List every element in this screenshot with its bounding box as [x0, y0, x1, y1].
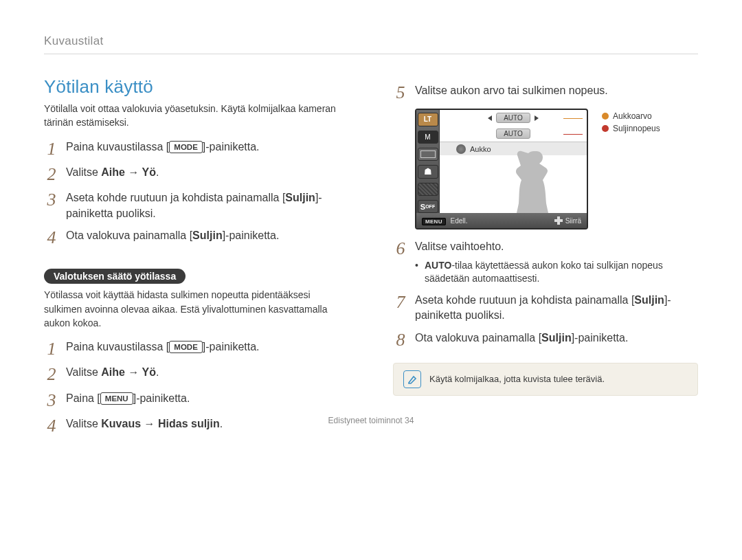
- step-number: 3: [44, 190, 59, 209]
- aperture-dot-icon: [456, 144, 466, 154]
- step-text: Paina kuvaustilassa [MODE]-painiketta.: [66, 139, 260, 155]
- swatch-icon: [602, 125, 609, 132]
- dpad-icon: [554, 216, 563, 225]
- callout-shutter: Suljinnopeus: [602, 124, 660, 133]
- callout-line: [563, 118, 583, 119]
- menu-key: MENU: [100, 392, 133, 405]
- step-item: 8 Ota valokuva painamalla [Suljin]-paini…: [393, 331, 698, 349]
- step-item: 3 Paina [MENU]-painiketta.: [44, 391, 349, 410]
- step-text: Paina kuvaustilassa [MODE]-painiketta.: [66, 339, 260, 355]
- step-number: 6: [393, 239, 408, 258]
- subsection-pill: Valotuksen säätö yötilassa: [44, 269, 186, 284]
- step-number: 5: [393, 83, 408, 102]
- content-columns: Yötilan käyttö Yötilalla voit ottaa valo…: [44, 76, 698, 442]
- auto-chip: AUTO: [496, 128, 530, 139]
- auto-chip: AUTO: [496, 113, 530, 123]
- step-number: 3: [44, 391, 59, 410]
- step-item: 1 Paina kuvaustilassa [MODE]-painiketta.: [44, 339, 349, 358]
- section-header: Kuvaustilat: [44, 34, 698, 54]
- lcd-callouts: Aukkoarvo Suljinnopeus: [602, 111, 660, 229]
- step-bullets: AUTO-tilaa käytettäessä aukon koko tai s…: [415, 259, 698, 286]
- step-number: 4: [44, 228, 59, 247]
- person-silhouette-icon: [504, 146, 558, 213]
- note-text: Käytä kolmijalkaa, jotta kuvista tulee t…: [429, 374, 605, 384]
- step-item: 3 Aseta kohde ruutuun ja kohdista painam…: [44, 190, 349, 221]
- step-text: Valitse aukon arvo tai sulkimen nopeus.: [415, 83, 608, 98]
- mode-key: MODE: [169, 141, 203, 153]
- mode-s-off-icon: SOFF: [418, 200, 438, 213]
- step-number: 1: [44, 339, 59, 358]
- step-text: Valitse Aihe → Yö.: [66, 165, 159, 180]
- swatch-icon: [602, 113, 609, 120]
- step-item: 6 Valitse vaihtoehto. AUTO-tilaa käytett…: [393, 239, 698, 286]
- mode-icon: ☗: [418, 165, 438, 178]
- mode-lt-icon: LT: [418, 113, 438, 126]
- lcd-preview: [440, 155, 587, 213]
- bullet-item: AUTO-tilaa käytettäessä aukon koko tai s…: [415, 259, 698, 286]
- footer-move-label: Siirrä: [565, 217, 581, 225]
- lcd-mode-sidebar: LT M ☗ SOFF: [416, 110, 440, 213]
- step-text: Valitse vaihtoehto. AUTO-tilaa käytettäe…: [415, 239, 698, 286]
- step-number: 8: [393, 331, 408, 349]
- lcd-footer: MENU Edell. Siirrä: [416, 213, 587, 228]
- mode-icon: [418, 183, 438, 196]
- page-footer: Edistyneet toiminnot 34: [0, 416, 742, 425]
- page: Kuvaustilat Yötilan käyttö Yötilalla voi…: [0, 0, 742, 442]
- mode-m-icon: M: [418, 131, 438, 144]
- footer-back-label: Edell.: [451, 217, 468, 225]
- step-text: Ota valokuva painamalla [Suljin]-painike…: [415, 331, 628, 346]
- step-item: 2 Valitse Aihe → Yö.: [44, 365, 349, 383]
- lcd-figure: LT M ☗ SOFF AUTO: [415, 109, 698, 229]
- step-number: 2: [44, 365, 59, 383]
- steps-list-right-2: 6 Valitse vaihtoehto. AUTO-tilaa käytett…: [393, 239, 698, 349]
- step-item: 7 Aseta kohde ruutuun ja kohdista painam…: [393, 293, 698, 324]
- camera-lcd: LT M ☗ SOFF AUTO: [415, 109, 588, 229]
- step-text: Valitse Aihe → Yö.: [66, 365, 159, 380]
- callout-aperture: Aukkoarvo: [602, 111, 660, 121]
- steps-list-1: 1 Paina kuvaustilassa [MODE]-painiketta.…: [44, 139, 349, 247]
- page-title: Yötilan käyttö: [44, 76, 349, 98]
- step-number: 1: [44, 139, 59, 158]
- step-item: 2 Valitse Aihe → Yö.: [44, 165, 349, 183]
- callout-line: [563, 134, 583, 135]
- note-icon: [403, 370, 421, 388]
- step-text: Aseta kohde ruutuun ja kohdista painamal…: [415, 293, 698, 324]
- step-item: 1 Paina kuvaustilassa [MODE]-painiketta.: [44, 139, 349, 158]
- lcd-topbar: AUTO AUTO: [440, 110, 587, 142]
- steps-list-right: 5 Valitse aukon arvo tai sulkimen nopeus…: [393, 83, 698, 102]
- menu-badge: MENU: [422, 218, 446, 225]
- right-column: 5 Valitse aukon arvo tai sulkimen nopeus…: [393, 76, 698, 442]
- mode-key: MODE: [169, 341, 203, 353]
- step-text: Ota valokuva painamalla [Suljin]-painike…: [66, 228, 279, 243]
- arrow-right-icon: [535, 115, 539, 121]
- step-number: 7: [393, 293, 408, 311]
- step-item: 4 Ota valokuva painamalla [Suljin]-paini…: [44, 228, 349, 247]
- step-text: Paina [MENU]-painiketta.: [66, 391, 190, 406]
- intro-text: Yötilalla voit ottaa valokuvia yöasetuks…: [44, 102, 349, 130]
- mode-icon: [418, 148, 438, 161]
- subsection-intro: Yötilassa voit käyttää hidasta sulkimen …: [44, 288, 349, 330]
- step-item: 5 Valitse aukon arvo tai sulkimen nopeus…: [393, 83, 698, 102]
- step-number: 2: [44, 165, 59, 183]
- arrow-left-icon: [488, 115, 492, 121]
- note-box: Käytä kolmijalkaa, jotta kuvista tulee t…: [393, 363, 698, 396]
- step-text: Aseta kohde ruutuun ja kohdista painamal…: [66, 190, 349, 221]
- left-column: Yötilan käyttö Yötilalla voit ottaa valo…: [44, 76, 349, 442]
